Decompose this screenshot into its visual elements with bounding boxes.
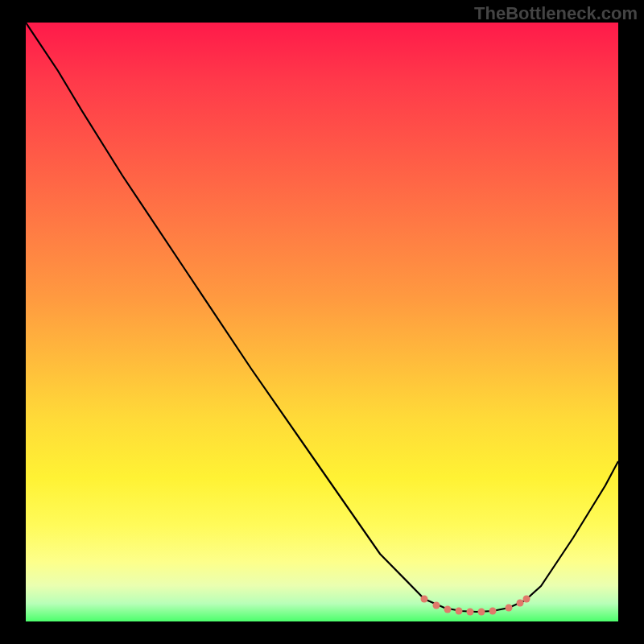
marker-dot xyxy=(444,606,452,613)
marker-dot xyxy=(456,608,463,615)
marker-dot xyxy=(433,602,440,609)
plot-area xyxy=(26,23,618,621)
main-curve xyxy=(26,23,618,612)
marker-dot xyxy=(523,596,530,603)
marker-dot xyxy=(489,608,497,615)
marker-dot xyxy=(517,600,524,607)
marker-dot xyxy=(478,609,485,616)
marker-dot xyxy=(421,596,428,603)
chart-svg xyxy=(26,23,618,621)
marker-dot xyxy=(467,609,474,616)
watermark-text: TheBottleneck.com xyxy=(474,3,638,24)
marker-dot xyxy=(506,605,513,612)
